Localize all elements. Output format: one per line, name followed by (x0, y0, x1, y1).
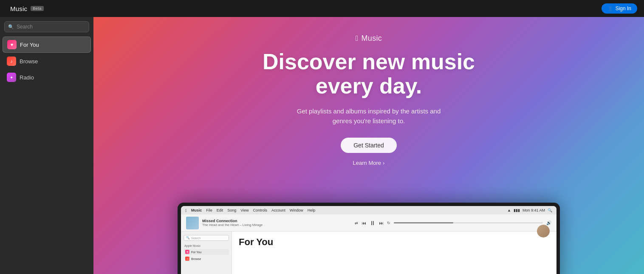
top-bar-left: Music Beta (7, 5, 44, 12)
get-started-button[interactable]: Get Started (341, 138, 397, 153)
main-layout: 🔍 ♥ For You ♪ Browse ✦ Radio (0, 17, 644, 274)
hero-title-line2: every day. (316, 73, 422, 98)
radio-icon: ✦ (7, 73, 16, 82)
browse-icon: ♪ (7, 56, 16, 66)
sign-in-label: Sign In (616, 6, 631, 11)
mac-search-text: Search (191, 237, 201, 240)
mac-prev-icon: ⏮ (362, 220, 366, 226)
sign-in-button[interactable]: 👤 Sign In (602, 3, 637, 14)
mac-playback-bar: Missed Connection The Head and the Heart… (181, 215, 556, 232)
mac-menu-bar-right: ▲ ▮▮▮ Mon 9:41 AM 🔍 (507, 208, 552, 212)
mac-main-title: For You (239, 237, 550, 248)
macbook-mockup:  Music File Edit Song View Controls Acc… (178, 203, 560, 274)
mac-menu-file: File (206, 208, 212, 212)
mac-track-info: Missed Connection The Head and the Heart… (202, 219, 351, 227)
content-area:  Music Discover new music every day. Ge… (93, 17, 644, 274)
for-you-icon: ♥ (7, 40, 17, 49)
search-box[interactable]: 🔍 (4, 21, 89, 32)
mac-volume-icon: 🔊 (546, 220, 551, 225)
mac-nav-foryou-label: For You (191, 251, 201, 254)
mac-main-content: For You (232, 232, 556, 274)
mac-nav-foryou-icon: ♥ (185, 250, 189, 254)
user-icon: 👤 (607, 6, 613, 11)
mac-menu-controls: Controls (253, 208, 268, 212)
mac-shuffle-icon: ⇄ (355, 221, 358, 225)
for-you-label: For You (20, 42, 39, 48)
learn-more-label: Learn More (353, 160, 381, 166)
hero-title: Discover new music every day. (263, 50, 475, 98)
search-icon: 🔍 (8, 24, 14, 30)
hero-subtitle: Get playlists and albums inspired by the… (288, 107, 449, 126)
apple-music-logo:  Music (356, 34, 382, 43)
mac-album-art (186, 217, 199, 229)
mac-menu-bar:  Music File Edit Song View Controls Acc… (181, 206, 556, 215)
beta-badge: Beta (31, 6, 44, 11)
mac-search-glyph: 🔍 (186, 236, 190, 240)
radio-label: Radio (20, 74, 34, 81)
mac-progress-bar (394, 222, 543, 223)
sidebar-item-for-you[interactable]: ♥ For You (3, 37, 91, 53)
apple-music-text: Music (362, 34, 382, 43)
mac-battery-icon: ▮▮▮ (514, 208, 520, 212)
mac-nav-browse: ♪ Browse (184, 256, 229, 262)
mac-nav-browse-label: Browse (191, 257, 201, 260)
nav-items: ♥ For You ♪ Browse ✦ Radio (0, 37, 93, 85)
app-title: Music (10, 5, 27, 12)
mac-user-avatar (537, 225, 550, 237)
mac-menu-view: View (240, 208, 249, 212)
mac-track-artist: The Head and the Heart – Living Mirage (202, 223, 351, 227)
mac-apple-icon:  (185, 208, 187, 213)
mac-app-sidebar: 🔍 Search Apple Music ♥ For You (181, 232, 232, 274)
mac-playback-controls: ⇄ ⏮ ⏸ ⏭ ↻ (355, 220, 390, 226)
sidebar: 🔍 ♥ For You ♪ Browse ✦ Radio (0, 17, 93, 274)
mac-app-search: 🔍 Search (184, 235, 229, 241)
mac-menu-items: File Edit Song View Controls Account Win… (206, 208, 315, 212)
mac-menu-help: Help (308, 208, 316, 212)
mac-play-icon: ⏸ (370, 220, 376, 226)
mac-menu-bar-left:  Music File Edit Song View Controls Acc… (185, 208, 315, 213)
apple-music-apple-icon:  (356, 34, 359, 43)
mac-music-menu: Music (191, 208, 202, 212)
hero-title-line1: Discover new music (263, 49, 475, 74)
learn-more-arrow: › (383, 160, 384, 166)
sidebar-item-radio[interactable]: ✦ Radio (3, 70, 91, 85)
macbook-screen:  Music File Edit Song View Controls Acc… (181, 206, 556, 274)
mac-nav-browse-icon: ♪ (185, 257, 189, 261)
search-input[interactable] (17, 24, 85, 30)
mac-section-title: Apple Music (184, 244, 229, 247)
mac-repeat-icon: ↻ (387, 221, 390, 225)
hero-content:  Music Discover new music every day. Ge… (93, 17, 644, 166)
learn-more-link[interactable]: Learn More › (353, 160, 385, 166)
mac-search-icon-menu: 🔍 (548, 208, 552, 212)
mac-time: Mon 9:41 AM (523, 208, 545, 212)
mac-nav-for-you: ♥ For You (184, 249, 229, 255)
mac-menu-song: Song (227, 208, 236, 212)
search-container: 🔍 (0, 21, 93, 37)
mac-menu-edit: Edit (217, 208, 223, 212)
browse-label: Browse (20, 58, 38, 65)
top-bar: Music Beta 👤 Sign In (0, 0, 644, 17)
mac-menu-account: Account (271, 208, 285, 212)
mac-menu-window: Window (290, 208, 303, 212)
mac-app-content: 🔍 Search Apple Music ♥ For You (181, 232, 556, 274)
mac-wifi-icon: ▲ (507, 208, 511, 212)
sidebar-item-browse[interactable]: ♪ Browse (3, 54, 91, 69)
mac-next-icon: ⏭ (379, 220, 384, 226)
mac-track-title: Missed Connection (202, 219, 351, 223)
mac-progress-fill (394, 222, 453, 223)
macbook-outer:  Music File Edit Song View Controls Acc… (178, 203, 560, 274)
